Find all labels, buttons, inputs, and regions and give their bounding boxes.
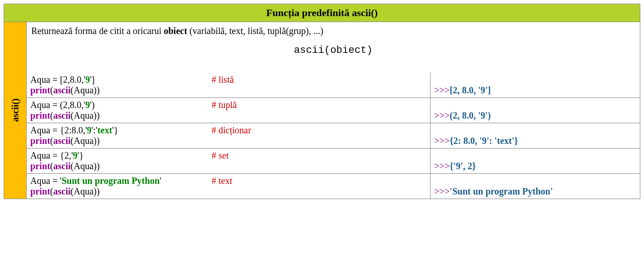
code-cell: Aqua = [2,8.0,'9']# listăprint(ascii(Aqu…: [27, 73, 431, 97]
output-cell: >>>{2: 8.0, '9': 'text'}: [431, 123, 640, 148]
assignment-line: Aqua = 'Sunt un program Python': [30, 176, 212, 186]
assignment-line: Aqua = {2,'9'}: [30, 150, 212, 161]
code-comment: # dicționar: [212, 125, 251, 136]
code-comment: # text: [212, 176, 232, 186]
prompt: >>>: [434, 110, 450, 120]
example-row: Aqua = {2,'9'}# setprint(ascii(Aqua))>>>…: [27, 148, 640, 173]
output-value: {2: 8.0, '9': 'text'}: [450, 136, 518, 146]
example-row: Aqua = [2,8.0,'9']# listăprint(ascii(Aqu…: [27, 73, 640, 97]
table-title: Funcția predefinită ascii(): [4, 4, 640, 22]
code-cell: Aqua = 'Sunt un program Python'# textpri…: [27, 174, 431, 199]
description-object: obiect: [164, 26, 187, 36]
print-line: print(ascii(Aqua)): [30, 136, 426, 146]
function-label-cell: ascii(): [4, 22, 27, 199]
output-cell: >>>{'9', 2}: [431, 148, 640, 173]
description-prefix: Returnează forma de citit a oricarui: [31, 26, 164, 36]
assignment-line: Aqua = {2:8.0,'9':'text'}: [30, 125, 212, 136]
output-cell: >>>[2, 8.0, '9']: [431, 73, 640, 97]
description-suffix: (variabilă, text, listă, tuplă(grup), ..…: [187, 26, 324, 36]
output-cell: >>>'Sunt un program Python': [431, 174, 640, 199]
code-cell: Aqua = {2,'9'}# setprint(ascii(Aqua)): [27, 148, 431, 173]
prompt: >>>: [434, 161, 450, 171]
output-value: {'9', 2}: [450, 161, 476, 171]
syntax-line: ascii(obiect): [31, 45, 635, 56]
code-comment: # set: [212, 150, 229, 161]
code-cell: Aqua = {2:8.0,'9':'text'}# dicționarprin…: [27, 123, 431, 148]
assignment-line: Aqua = [2,8.0,'9']: [30, 74, 212, 85]
function-label: ascii(): [10, 98, 21, 122]
output-value: [2, 8.0, '9']: [450, 85, 491, 95]
output-value: (2, 8.0, '9'): [450, 110, 491, 120]
print-line: print(ascii(Aqua)): [30, 85, 426, 96]
code-comment: # tuplă: [212, 100, 237, 110]
output-value: 'Sunt un program Python': [450, 186, 553, 196]
example-row: Aqua = (2,8.0,'9')# tuplăprint(ascii(Aqu…: [27, 97, 640, 123]
example-row: Aqua = 'Sunt un program Python'# textpri…: [27, 173, 640, 199]
example-row: Aqua = {2:8.0,'9':'text'}# dicționarprin…: [27, 123, 640, 148]
print-line: print(ascii(Aqua)): [30, 110, 426, 121]
code-cell: Aqua = (2,8.0,'9')# tuplăprint(ascii(Aqu…: [27, 98, 431, 123]
code-comment: # listă: [212, 74, 234, 85]
content-column: Returnează forma de citit a oricarui obi…: [27, 22, 640, 199]
assignment-line: Aqua = (2,8.0,'9'): [30, 100, 212, 110]
print-line: print(ascii(Aqua)): [30, 161, 426, 171]
prompt: >>>: [434, 85, 450, 95]
description-cell: Returnează forma de citit a oricarui obi…: [27, 22, 640, 73]
reference-table: Funcția predefinită ascii() ascii() Retu…: [4, 4, 640, 199]
prompt: >>>: [434, 186, 450, 196]
output-cell: >>>(2, 8.0, '9'): [431, 98, 640, 123]
print-line: print(ascii(Aqua)): [30, 186, 426, 197]
prompt: >>>: [434, 136, 450, 146]
